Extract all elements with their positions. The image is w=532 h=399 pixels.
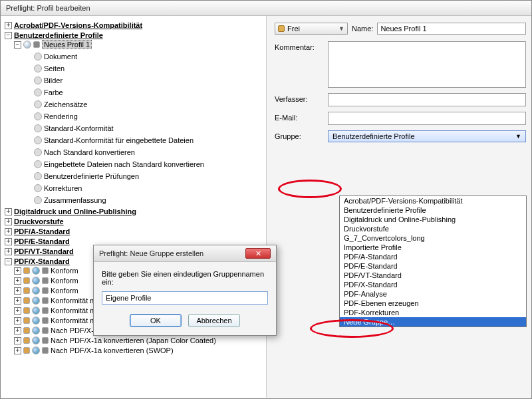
tree-item[interactable]: Zusammenfassung	[44, 196, 106, 204]
expand-icon[interactable]: +	[14, 287, 21, 295]
profile-icon	[32, 346, 40, 354]
category-pdfx[interactable]: PDF/X-Standard	[14, 257, 70, 265]
category-pdfvt[interactable]: PDF/VT-Standard	[14, 247, 74, 255]
expand-icon[interactable]: +	[14, 327, 21, 334]
profile-icon	[32, 277, 40, 285]
cancel-button[interactable]: Abbrechen	[188, 314, 240, 327]
tree-item[interactable]: Farbe	[44, 88, 63, 96]
email-field[interactable]	[328, 112, 526, 125]
profile-icon	[32, 317, 40, 325]
lock-label: Frei	[287, 25, 300, 33]
bullet-icon	[34, 148, 42, 156]
bullet-icon	[34, 88, 42, 96]
category-acrobat[interactable]: Acrobat/PDF-Versions-Kompatibilität	[14, 21, 142, 29]
gruppe-select[interactable]: Benutzerdefinierte Profile ▼	[328, 130, 526, 142]
tree-item[interactable]: Seiten	[44, 65, 65, 72]
dropdown-option[interactable]: PDF/VT-Standard	[340, 271, 526, 280]
profile-icon	[32, 287, 40, 295]
verfasser-label: Verfasser:	[275, 93, 323, 103]
tree-item[interactable]: Benutzerdefinierte Prüfungen	[44, 172, 139, 180]
tree-item[interactable]: Rendering	[44, 112, 78, 120]
lock-icon	[23, 337, 30, 344]
dropdown-option[interactable]: Acrobat/PDF-Versions-Kompatibilität	[340, 196, 526, 205]
gruppe-label: Gruppe:	[275, 130, 323, 140]
expand-icon[interactable]: +	[14, 347, 21, 354]
profile-selected[interactable]: Neues Profil 1	[42, 40, 92, 49]
gruppe-dropdown-list[interactable]: Acrobat/PDF-Versions-KompatibilitätBenut…	[339, 196, 527, 327]
category-digital[interactable]: Digitaldruck und Online-Publishing	[14, 207, 136, 215]
expand-icon[interactable]: +	[14, 277, 21, 285]
collapse-icon[interactable]: −	[14, 41, 21, 49]
lock-icon	[23, 347, 30, 354]
expand-icon[interactable]: +	[5, 248, 12, 255]
name-label: Name:	[352, 25, 373, 33]
main-title: Preflight: Profil bearbeiten	[6, 4, 90, 12]
expand-icon[interactable]: +	[5, 218, 12, 225]
verfasser-field[interactable]	[328, 93, 526, 106]
group-name-input[interactable]	[102, 291, 268, 305]
dropdown-option[interactable]: PDF-Korrekturen	[340, 308, 526, 317]
dropdown-option[interactable]: G_7_Convertcolors_long	[340, 233, 526, 243]
tree-item[interactable]: Nach PDF/X-1a konvertieren (Japan Color …	[51, 336, 216, 344]
expand-icon[interactable]: +	[14, 317, 21, 325]
bullet-icon	[34, 196, 42, 204]
wrench-icon	[42, 337, 49, 344]
bullet-icon	[34, 112, 42, 120]
tree-item[interactable]: Standard-Konformität für eingebettete Da…	[44, 136, 194, 144]
expand-icon[interactable]: +	[14, 267, 21, 275]
expand-icon[interactable]: +	[14, 307, 21, 315]
dropdown-option[interactable]: PDF/E-Standard	[340, 261, 526, 271]
collapse-icon[interactable]: −	[5, 32, 12, 39]
category-druck[interactable]: Druckvorstufe	[14, 217, 64, 225]
dropdown-option[interactable]: PDF/A-Standard	[340, 252, 526, 261]
category-user[interactable]: Benutzerdefinierte Profile	[14, 31, 103, 39]
kommentar-field[interactable]	[328, 41, 526, 88]
tree-item[interactable]: Eingebettete Dateien nach Standard konve…	[44, 160, 204, 168]
dialog-prompt: Bitte geben Sie einen eindeutigen Gruppe…	[102, 270, 268, 286]
dialog-titlebar[interactable]: Preflight: Neue Gruppe erstellen ✕	[94, 245, 276, 262]
tree-item[interactable]: Konform	[51, 277, 78, 285]
ok-button[interactable]: OK	[130, 314, 182, 327]
lock-combo[interactable]: Frei ▼	[275, 23, 348, 35]
tree-item[interactable]: Dokument	[44, 53, 77, 61]
profile-icon	[32, 267, 40, 275]
tree-panel: +Acrobat/PDF-Versions-Kompatibilität −Be…	[1, 16, 267, 398]
wrench-icon	[42, 327, 49, 334]
main-titlebar: Preflight: Profil bearbeiten	[1, 1, 531, 16]
tree-item[interactable]: Standard-Konformität	[44, 124, 114, 132]
dropdown-option[interactable]: Benutzerdefinierte Profile	[340, 205, 526, 215]
profile-icon	[32, 327, 40, 334]
dropdown-option[interactable]: PDF/X-Standard	[340, 280, 526, 289]
expand-icon[interactable]: +	[14, 297, 21, 305]
dropdown-option[interactable]: Neue Gruppe…	[340, 317, 526, 327]
close-button[interactable]: ✕	[245, 248, 271, 259]
tree-item[interactable]: Korrekturen	[44, 184, 82, 192]
tree-item[interactable]: Nach PDF/X-1a konvertieren (SWOP)	[51, 346, 174, 354]
tree-item[interactable]: Nach Standard konvertieren	[44, 148, 135, 156]
expand-icon[interactable]: +	[5, 238, 12, 245]
expand-icon[interactable]: +	[5, 22, 12, 29]
kommentar-label: Kommentar:	[275, 41, 323, 51]
lock-icon	[23, 307, 30, 314]
dropdown-option[interactable]: Importierte Profile	[340, 243, 526, 252]
expand-icon[interactable]: +	[5, 208, 12, 215]
profile-icon	[32, 297, 40, 305]
wrench-icon	[42, 307, 49, 314]
category-pdfe[interactable]: PDF/E-Standard	[14, 237, 70, 245]
category-pdfa[interactable]: PDF/A-Standard	[14, 227, 70, 235]
bullet-icon	[34, 65, 42, 72]
tree-item[interactable]: Zeichensätze	[44, 100, 87, 108]
wrench-icon	[42, 287, 49, 294]
tree-item[interactable]: Bilder	[44, 76, 63, 84]
dropdown-option[interactable]: PDF-Ebenen erzeugen	[340, 299, 526, 308]
tree-item[interactable]: Konform	[51, 267, 78, 275]
dropdown-option[interactable]: Druckvorstufe	[340, 224, 526, 233]
expand-icon[interactable]: +	[14, 337, 21, 344]
dropdown-option[interactable]: Digitaldruck und Online-Publishing	[340, 215, 526, 224]
bullet-icon	[34, 76, 42, 84]
tree-item[interactable]: Konform	[51, 287, 78, 295]
expand-icon[interactable]: +	[5, 228, 12, 235]
dropdown-option[interactable]: PDF-Analyse	[340, 289, 526, 299]
name-field[interactable]: Neues Profil 1	[377, 23, 526, 35]
collapse-icon[interactable]: −	[5, 258, 12, 265]
